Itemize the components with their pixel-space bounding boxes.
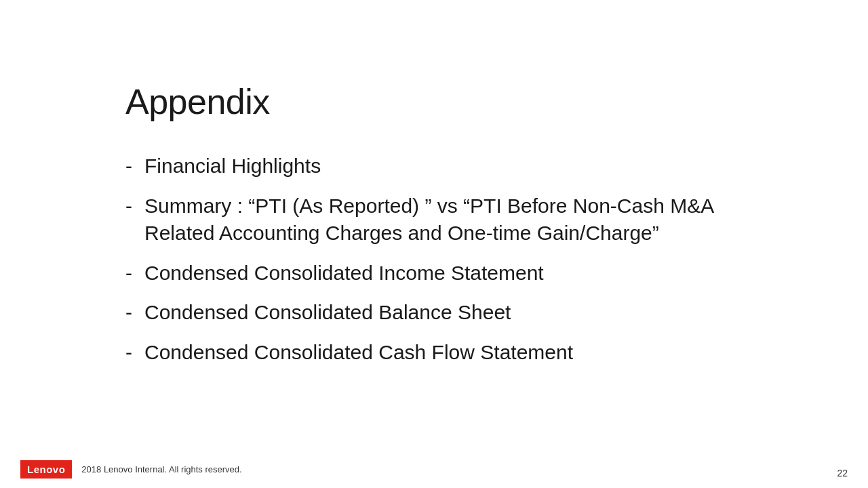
bullet-text: Summary : “PTI (As Reported) ” vs “PTI B… bbox=[144, 192, 714, 247]
list-item: - Condensed Consolidated Cash Flow State… bbox=[125, 339, 868, 367]
main-content: Appendix - Financial Highlights - Summar… bbox=[0, 0, 868, 488]
page-number: 22 bbox=[837, 468, 848, 479]
bullet-text: Financial Highlights bbox=[144, 152, 321, 180]
slide-title: Appendix bbox=[125, 81, 868, 122]
bullet-text: Condensed Consolidated Income Statement bbox=[144, 260, 544, 287]
list-item: - Financial Highlights bbox=[125, 152, 868, 180]
footer: Lenovo 2018 Lenovo Internal. All rights … bbox=[0, 451, 868, 488]
bullet-list: - Financial Highlights - Summary : “PTI … bbox=[125, 152, 868, 366]
bullet-line2: Related Accounting Charges and One-time … bbox=[144, 220, 714, 247]
bullet-dash: - bbox=[125, 260, 132, 287]
list-item: - Condensed Consolidated Balance Sheet bbox=[125, 299, 868, 327]
bullet-dash: - bbox=[125, 339, 132, 367]
bullet-dash: - bbox=[125, 299, 132, 327]
bullet-text: Condensed Consolidated Balance Sheet bbox=[144, 299, 511, 327]
bullet-dash: - bbox=[125, 152, 132, 180]
slide-container: Appendix - Financial Highlights - Summar… bbox=[0, 0, 868, 488]
list-item: - Summary : “PTI (As Reported) ” vs “PTI… bbox=[125, 192, 868, 247]
list-item: - Condensed Consolidated Income Statemen… bbox=[125, 260, 868, 287]
lenovo-logo: Lenovo bbox=[20, 460, 72, 479]
bullet-dash: - bbox=[125, 192, 132, 220]
bullet-text: Condensed Consolidated Cash Flow Stateme… bbox=[144, 339, 573, 367]
footer-copyright: 2018 Lenovo Internal. All rights reserve… bbox=[81, 464, 241, 474]
bullet-line1: Summary : “PTI (As Reported) ” vs “PTI B… bbox=[144, 192, 714, 220]
